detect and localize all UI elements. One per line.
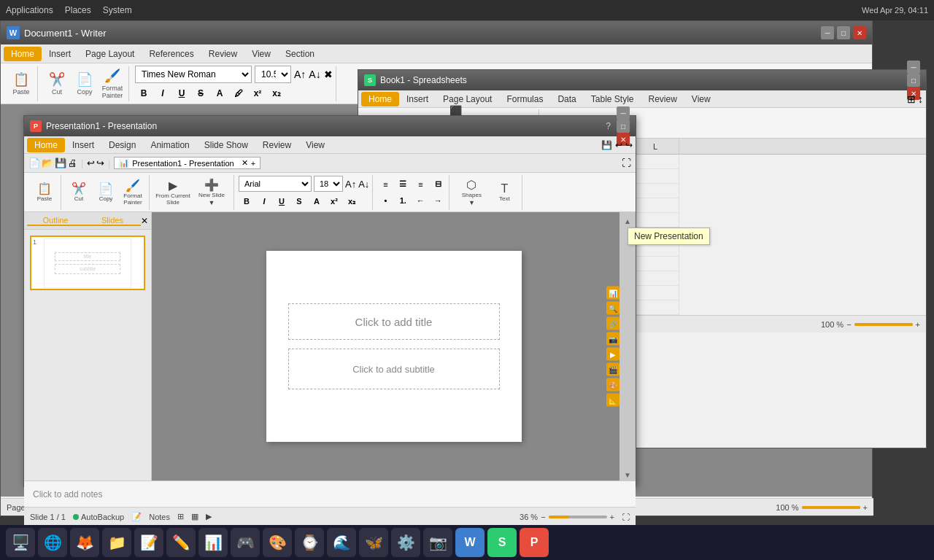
zoom-in-icon[interactable]: + xyxy=(863,503,868,512)
pres-indent-less-button[interactable]: ← xyxy=(412,193,428,208)
pres-save2-icon[interactable]: 💾 xyxy=(55,158,66,168)
ss-cell[interactable] xyxy=(632,300,679,315)
writer-close-button[interactable]: ✕ xyxy=(853,26,866,39)
writer-menu-section[interactable]: Section xyxy=(278,47,322,61)
pres-notes-area[interactable]: Click to add notes xyxy=(24,481,636,507)
pres-open-icon[interactable]: 📂 xyxy=(42,158,53,168)
pres-fullscreen-button[interactable]: ⛶ xyxy=(622,513,630,521)
writer-win-controls[interactable]: ─ □ ✕ xyxy=(821,26,866,39)
pres-minimize-button[interactable]: ─ xyxy=(617,106,630,120)
writer-font-select[interactable]: Times New Roman xyxy=(135,66,252,83)
taskbar-icon-settings[interactable]: ⚙️ xyxy=(391,528,420,557)
ss-cell[interactable] xyxy=(632,257,679,271)
pres-menu-slideshow[interactable]: Slide Show xyxy=(197,138,255,152)
taskbar-icon-presentation[interactable]: P xyxy=(520,528,549,557)
pres-menu-design[interactable]: Design xyxy=(101,138,143,152)
pres-side-icon-5[interactable]: ▶ xyxy=(606,348,620,361)
pres-zoom-slider[interactable] xyxy=(549,516,607,518)
writer-italic-button[interactable]: I xyxy=(154,85,171,101)
writer-copy-button[interactable]: 📄 Copy xyxy=(72,69,98,98)
pres-list-button[interactable]: • xyxy=(377,193,393,208)
pres-side-icon-3[interactable]: 🔗 xyxy=(606,317,620,330)
pres-side-icon-1[interactable]: 📊 xyxy=(606,287,620,300)
ss-minimize-button[interactable]: ─ xyxy=(907,61,920,74)
pres-shapes-dropdown[interactable]: ▼ xyxy=(468,199,475,206)
taskbar-icon-chrome[interactable]: 🌐 xyxy=(38,528,67,557)
pres-side-icon-8[interactable]: 📐 xyxy=(606,394,620,407)
pres-view-play-icon[interactable]: ▶ xyxy=(206,512,212,521)
ss-menu-tablestyle[interactable]: Table Style xyxy=(584,92,641,106)
writer-strikethrough-button[interactable]: S xyxy=(192,85,209,101)
pres-align-center-button[interactable]: ☰ xyxy=(395,177,411,192)
pres-menu-animation[interactable]: Animation xyxy=(143,138,196,152)
taskbar-icon-game[interactable]: 🎮 xyxy=(231,528,260,557)
ss-cell[interactable] xyxy=(632,271,679,286)
pres-from-current-button[interactable]: ▶ From CurrentSlide xyxy=(154,178,192,207)
pres-paste-button[interactable]: 📋 Paste xyxy=(31,178,58,207)
taskbar-icon-firefox[interactable]: 🦊 xyxy=(70,528,99,557)
ss-zoom-out[interactable]: − xyxy=(846,320,851,329)
ss-menu-home[interactable]: Home xyxy=(361,92,399,106)
pres-sidebar-close-icon[interactable]: ✕ xyxy=(141,216,148,226)
taskbar-icon-brush[interactable]: 🌊 xyxy=(327,528,356,557)
taskbar-icon-files2[interactable]: 📁 xyxy=(102,528,131,557)
taskbar-icon-camera[interactable]: 📷 xyxy=(423,528,452,557)
writer-menu-insert[interactable]: Insert xyxy=(42,47,78,61)
pres-side-icon-4[interactable]: 📷 xyxy=(606,332,620,346)
pres-status-notes-icon[interactable]: 📝 xyxy=(131,512,142,521)
writer-superscript-button[interactable]: x² xyxy=(249,85,266,101)
pres-menu-insert[interactable]: Insert xyxy=(65,138,101,152)
pres-maximize-button[interactable]: □ xyxy=(617,120,630,133)
pres-slide-subtitle-box[interactable]: Click to add subtitle xyxy=(288,349,500,389)
taskbar-icon-butterfly[interactable]: 🦋 xyxy=(359,528,388,557)
taskbar-icon-spreadsheet[interactable]: 📊 xyxy=(198,528,228,557)
pres-format-painter-button[interactable]: 🖌️ Format Painter xyxy=(120,178,146,207)
taskbar-icon-writer[interactable]: W xyxy=(455,528,485,557)
pres-zoom-out-button[interactable]: − xyxy=(541,513,545,521)
pres-scroll-down-icon[interactable]: ▼ xyxy=(622,469,633,481)
writer-menu-references[interactable]: References xyxy=(142,47,201,61)
writer-zoom-slider[interactable] xyxy=(802,506,860,509)
pres-help-icon[interactable]: ? xyxy=(606,121,611,131)
pres-bold-button[interactable]: B xyxy=(239,194,255,209)
pres-fontsize-up-icon[interactable]: A↑ xyxy=(345,179,356,190)
writer-bold-button[interactable]: B xyxy=(135,85,153,101)
ss-menu-pagelayout[interactable]: Page Layout xyxy=(436,92,499,106)
writer-minimize-button[interactable]: ─ xyxy=(821,26,834,39)
pres-numlist-button[interactable]: 1. xyxy=(395,193,411,208)
pres-menu-view[interactable]: View xyxy=(298,138,332,152)
pres-zoom-in-button[interactable]: + xyxy=(610,513,614,521)
writer-menu-pagelayout[interactable]: Page Layout xyxy=(78,47,142,61)
pres-side-icon-6[interactable]: 🎬 xyxy=(606,363,620,376)
pres-font-select[interactable]: Arial xyxy=(239,176,312,192)
ss-cell[interactable] xyxy=(632,169,679,184)
ss-cell[interactable] xyxy=(632,286,679,300)
pres-slide-thumb-1[interactable]: 1 title subtitle xyxy=(30,236,145,290)
writer-paste-button[interactable]: 📋 Paste xyxy=(8,69,34,98)
pres-new-icon[interactable]: 📄 xyxy=(28,158,40,168)
pres-tab-outline[interactable]: Outline xyxy=(27,216,84,226)
writer-menu-review[interactable]: Review xyxy=(201,47,244,61)
taskbar-icon-edit[interactable]: ✏️ xyxy=(166,528,196,557)
pres-print-icon[interactable]: 🖨 xyxy=(68,158,77,168)
pres-undo2-icon[interactable]: ↩ xyxy=(87,158,95,168)
ss-toolbar-icon1[interactable]: ⊞ xyxy=(907,93,916,105)
pres-text-button[interactable]: T Text xyxy=(490,178,519,207)
ss-menu-formulas[interactable]: Formulas xyxy=(499,92,550,106)
taskbar-icon-files[interactable]: 🖥️ xyxy=(6,528,35,557)
pres-menu-review[interactable]: Review xyxy=(255,138,298,152)
writer-maximize-button[interactable]: □ xyxy=(837,26,850,39)
writer-menu-home[interactable]: Home xyxy=(4,47,42,61)
pres-slide-title-box[interactable]: Click to add title xyxy=(288,303,500,340)
ss-zoom-in[interactable]: + xyxy=(916,320,920,329)
pres-copy-button[interactable]: 📄 Copy xyxy=(93,178,119,207)
pres-fontsize-select[interactable]: 18 xyxy=(314,176,343,192)
topbar-applications[interactable]: Applications xyxy=(6,5,53,15)
taskbar-icon-paint[interactable]: 🎨 xyxy=(263,528,292,557)
pres-add-tab-icon[interactable]: + xyxy=(251,159,255,168)
taskbar-icon-clock[interactable]: ⌚ xyxy=(295,528,324,557)
pres-indent-more-button[interactable]: → xyxy=(430,193,446,208)
pres-undo-icon[interactable]: ↩ xyxy=(615,140,622,150)
writer-fontcolor-button[interactable]: A xyxy=(211,85,228,101)
writer-fontsize-select[interactable]: 10.5 xyxy=(255,66,291,83)
